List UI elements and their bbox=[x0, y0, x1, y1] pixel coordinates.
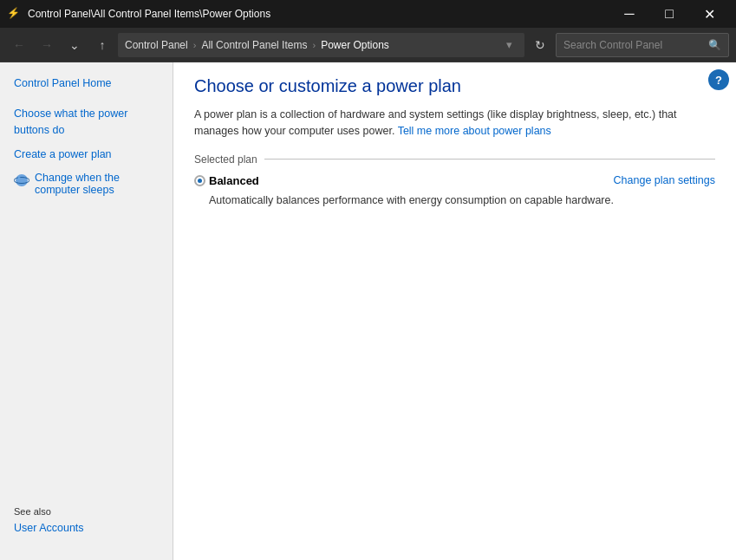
sidebar-item-control-panel-home[interactable]: Control Panel Home bbox=[0, 73, 173, 94]
plan-name-row: Balanced bbox=[194, 174, 259, 187]
plan-radio[interactable] bbox=[194, 175, 205, 186]
sidebar-item-sleep-label: Change when the computer sleeps bbox=[35, 172, 159, 196]
selected-plan-header: Selected plan bbox=[194, 153, 715, 166]
window-icon: ⚡ bbox=[7, 7, 21, 21]
restore-button[interactable]: □ bbox=[649, 0, 689, 28]
window-controls: ─ □ ✕ bbox=[609, 0, 729, 28]
search-box: 🔍 bbox=[556, 33, 729, 57]
minimize-button[interactable]: ─ bbox=[609, 0, 649, 28]
more-info-link[interactable]: Tell me more about power plans bbox=[398, 125, 551, 137]
selected-plan-label: Selected plan bbox=[194, 153, 257, 166]
refresh-button[interactable]: ↻ bbox=[528, 33, 552, 57]
sidebar-item-power-buttons[interactable]: Choose what the power buttons do bbox=[0, 103, 173, 141]
breadcrumb-all-items[interactable]: All Control Panel Items bbox=[201, 39, 307, 51]
plan-description: Automatically balances performance with … bbox=[209, 192, 715, 209]
plan-row: Balanced Change plan settings bbox=[194, 174, 715, 189]
up-button[interactable]: ↑ bbox=[90, 33, 114, 57]
sidebar-bottom: See also User Accounts bbox=[0, 494, 173, 550]
breadcrumb-current: Power Options bbox=[321, 39, 389, 51]
sidebar-item-user-accounts[interactable]: User Accounts bbox=[0, 518, 173, 539]
arrow-annotation bbox=[173, 149, 195, 218]
change-plan-settings-link[interactable]: Change plan settings bbox=[614, 174, 715, 186]
address-bar: ← → ⌄ ↑ Control Panel › All Control Pane… bbox=[0, 28, 736, 62]
content-description: A power plan is a collection of hardware… bbox=[194, 107, 715, 140]
breadcrumb-dropdown-button[interactable]: ▾ bbox=[500, 33, 518, 57]
sidebar-item-create-plan[interactable]: Create a power plan bbox=[0, 144, 173, 166]
svg-point-0 bbox=[16, 174, 28, 186]
radio-dot bbox=[198, 179, 202, 183]
plan-name: Balanced bbox=[209, 174, 259, 187]
planet-icon bbox=[14, 173, 29, 188]
main-window: Control Panel Home Choose what the power… bbox=[0, 62, 736, 560]
breadcrumb-control-panel[interactable]: Control Panel bbox=[125, 39, 188, 51]
back-button[interactable]: ← bbox=[7, 33, 31, 57]
search-icon: 🔍 bbox=[708, 39, 721, 51]
close-button[interactable]: ✕ bbox=[689, 0, 729, 28]
forward-button[interactable]: → bbox=[35, 33, 59, 57]
content-area: ? Choose or customize a power plan A pow… bbox=[173, 62, 736, 560]
help-button[interactable]: ? bbox=[708, 69, 729, 90]
see-also-label: See also bbox=[0, 492, 65, 520]
sidebar-item-sleep-settings[interactable]: Change when the computer sleeps bbox=[0, 169, 173, 199]
page-title: Choose or customize a power plan bbox=[194, 76, 715, 96]
recent-pages-button[interactable]: ⌄ bbox=[62, 33, 87, 57]
title-bar: ⚡ Control Panel\All Control Panel Items\… bbox=[0, 0, 736, 28]
search-input[interactable] bbox=[563, 39, 703, 51]
svg-point-2 bbox=[18, 177, 21, 179]
breadcrumb-bar: Control Panel › All Control Panel Items … bbox=[118, 33, 524, 57]
window-title: Control Panel\All Control Panel Items\Po… bbox=[28, 8, 270, 20]
plan-section-divider bbox=[264, 159, 715, 160]
sidebar: Control Panel Home Choose what the power… bbox=[0, 62, 173, 560]
